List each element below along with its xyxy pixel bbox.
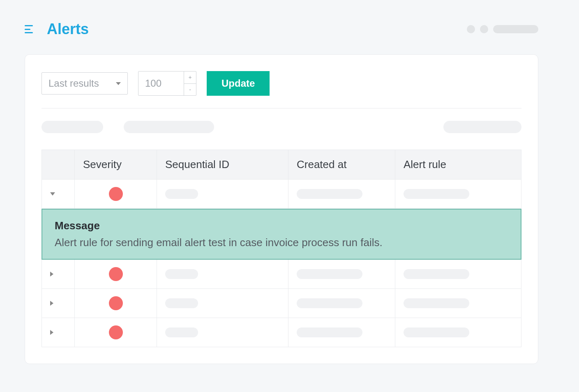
results-select[interactable]: Last results <box>42 72 128 95</box>
table-row <box>42 180 521 209</box>
table-row <box>42 260 521 289</box>
placeholder <box>404 327 469 337</box>
alerts-table: Severity Sequential ID Created at Alert … <box>42 150 521 347</box>
th-created-at: Created at <box>288 150 395 179</box>
severity-indicator-icon <box>109 187 123 201</box>
placeholder <box>404 269 469 279</box>
placeholder <box>404 298 469 308</box>
expand-toggle[interactable] <box>50 272 53 277</box>
placeholder <box>165 189 198 199</box>
severity-indicator-icon <box>109 296 123 310</box>
table-head: Severity Sequential ID Created at Alert … <box>42 150 521 180</box>
header-placeholder-dot <box>480 25 488 33</box>
placeholder <box>165 269 198 279</box>
update-button[interactable]: Update <box>207 71 270 96</box>
expand-toggle[interactable] <box>50 301 53 306</box>
count-stepper: + - <box>138 71 196 96</box>
th-expand <box>42 150 75 179</box>
table-row <box>42 318 521 347</box>
results-select-label: Last results <box>48 78 99 89</box>
th-sequential-id: Sequential ID <box>157 150 288 179</box>
th-alert-rule: Alert rule <box>395 150 521 179</box>
header-actions <box>467 25 538 33</box>
expand-toggle[interactable] <box>50 330 53 335</box>
th-severity: Severity <box>75 150 157 179</box>
header-placeholder-dot <box>467 25 475 33</box>
count-input[interactable] <box>138 71 184 95</box>
severity-indicator-icon <box>109 325 123 339</box>
table-row <box>42 289 521 318</box>
severity-indicator-icon <box>109 267 123 281</box>
chevron-down-icon <box>116 82 121 85</box>
toolbar-placeholder-row <box>42 121 521 133</box>
content-card: Last results + - Update Severity Sequent… <box>25 54 538 364</box>
message-body: Alert rule for sending email alert test … <box>55 236 508 249</box>
placeholder <box>124 121 214 133</box>
placeholder <box>42 121 103 133</box>
count-decrement[interactable]: - <box>184 84 196 96</box>
placeholder <box>165 298 198 308</box>
placeholder <box>297 298 362 308</box>
header-placeholder-pill <box>493 25 538 33</box>
menu-icon[interactable] <box>25 25 35 33</box>
placeholder <box>297 189 362 199</box>
app-window: Alerts Last results + - Update <box>8 8 555 374</box>
placeholder <box>297 269 362 279</box>
message-panel: Message Alert rule for sending email ale… <box>42 209 521 260</box>
message-heading: Message <box>55 219 508 232</box>
header: Alerts <box>25 21 538 38</box>
placeholder <box>404 189 469 199</box>
expand-toggle[interactable] <box>50 192 55 196</box>
filter-bar: Last results + - Update <box>42 71 521 108</box>
count-increment[interactable]: + <box>184 71 196 84</box>
placeholder <box>165 327 198 337</box>
placeholder <box>297 327 362 337</box>
placeholder <box>443 121 521 133</box>
page-title: Alerts <box>47 21 89 38</box>
